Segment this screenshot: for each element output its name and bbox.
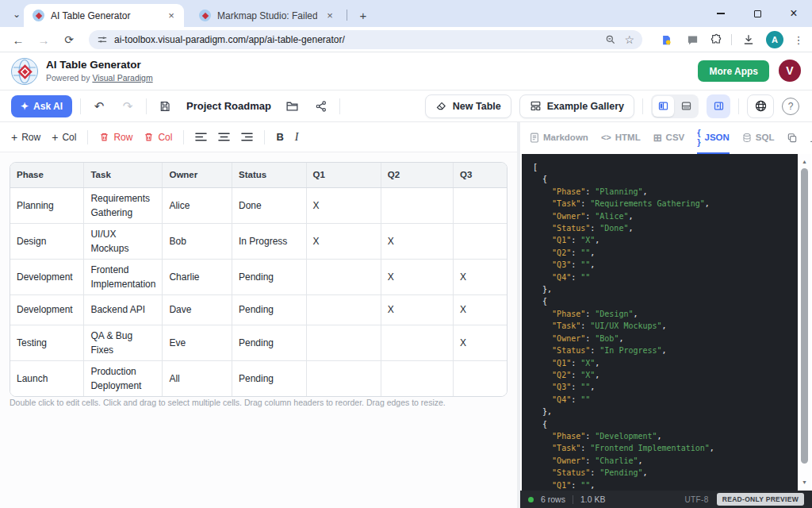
table-cell[interactable]: Production Deployment — [84, 360, 163, 396]
visual-paradigm-link[interactable]: Visual Paradigm — [92, 73, 152, 83]
table-cell[interactable]: X — [381, 259, 453, 294]
share-button[interactable] — [311, 96, 331, 117]
document-title[interactable]: Project Roadmap — [186, 100, 271, 112]
minimize-button[interactable] — [703, 0, 739, 27]
table-cell[interactable]: X — [381, 223, 453, 259]
layout-horizontal-split-button[interactable] — [676, 96, 697, 117]
add-row-button[interactable]: +Row — [11, 131, 40, 144]
table-cell[interactable] — [306, 325, 381, 360]
comment-extension-icon[interactable] — [684, 32, 700, 48]
copy-code-button[interactable] — [787, 133, 798, 144]
table-cell[interactable] — [453, 223, 508, 259]
table-cell[interactable]: X — [306, 223, 381, 259]
table-cell[interactable]: Development — [10, 294, 84, 325]
tab-html[interactable]: <> HTML — [601, 123, 641, 154]
more-apps-button[interactable]: More Apps — [698, 60, 769, 82]
table-cell[interactable]: X — [453, 294, 508, 325]
redo-button[interactable]: ↷ — [117, 96, 138, 117]
scroll-down-icon[interactable]: ▼ — [798, 476, 811, 487]
example-gallery-button[interactable]: Example Gallery — [519, 94, 634, 118]
tab-close-icon[interactable]: × — [165, 10, 178, 22]
browser-tab-inactive[interactable]: Markmap Studio: Failed to oper × — [190, 4, 343, 27]
align-center-button[interactable] — [218, 132, 230, 142]
json-code-view[interactable]: [ { "Phase": "Planning", "Task": "Requir… — [522, 154, 798, 491]
table-cell[interactable]: Planning — [10, 187, 84, 223]
table-cell[interactable]: Bob — [163, 223, 232, 259]
table-cell[interactable]: Development — [10, 259, 84, 294]
column-header[interactable]: Phase — [10, 163, 84, 187]
table-cell[interactable]: Eve — [163, 325, 232, 360]
forward-button[interactable]: → — [35, 31, 52, 48]
table-cell[interactable]: Done — [232, 187, 307, 223]
bold-button[interactable]: B — [276, 131, 283, 143]
table-cell[interactable]: Alice — [163, 187, 232, 223]
table-cell[interactable]: X — [453, 325, 508, 360]
table-cell[interactable] — [306, 259, 381, 294]
extensions-puzzle-icon[interactable] — [709, 32, 725, 48]
scroll-up-icon[interactable]: ▲ — [798, 156, 811, 167]
bookmark-star-icon[interactable]: ☆ — [624, 33, 634, 46]
table-cell[interactable] — [453, 187, 508, 223]
table-cell[interactable]: Pending — [232, 294, 307, 325]
zoom-page-icon[interactable] — [605, 34, 616, 45]
table-cell[interactable]: Requirements Gathering — [84, 187, 163, 223]
delete-col-button[interactable]: Col — [144, 132, 172, 143]
code-scrollbar[interactable]: ▲ ▼ — [798, 154, 811, 491]
open-file-button[interactable] — [282, 96, 303, 117]
reload-button[interactable]: ⟳ — [60, 31, 78, 48]
align-left-button[interactable] — [195, 132, 207, 142]
column-header[interactable]: Q1 — [306, 163, 381, 187]
column-header[interactable]: Task — [84, 163, 163, 187]
extension-colored-icon[interactable] — [658, 32, 674, 48]
language-button[interactable] — [747, 94, 774, 118]
column-header[interactable]: Status — [232, 163, 307, 187]
table-cell[interactable]: X — [306, 187, 381, 223]
table-cell[interactable] — [453, 360, 508, 396]
table-cell[interactable]: Design — [10, 223, 84, 259]
toggle-preview-panel-button[interactable] — [707, 94, 730, 118]
close-window-button[interactable]: × — [776, 0, 812, 27]
browser-tab-active[interactable]: AI Table Generator × — [24, 4, 184, 27]
add-col-button[interactable]: +Col — [52, 131, 76, 144]
tab-markdown[interactable]: Markdown — [530, 123, 588, 154]
back-button[interactable]: ← — [10, 31, 27, 48]
new-table-button[interactable]: New Table — [425, 94, 511, 118]
table-cell[interactable]: Backend API — [84, 294, 163, 325]
table-cell[interactable] — [381, 325, 453, 360]
table-cell[interactable]: Dave — [163, 294, 232, 325]
tab-json[interactable]: { } JSON — [697, 123, 730, 154]
tab-close-icon[interactable]: × — [324, 10, 336, 22]
new-tab-button[interactable]: + — [354, 6, 372, 24]
workspace-avatar[interactable]: V — [779, 60, 801, 82]
column-header[interactable]: Owner — [163, 163, 232, 187]
table-cell[interactable]: QA & Bug Fixes — [84, 325, 163, 360]
table-cell[interactable]: X — [453, 259, 508, 294]
download-code-button[interactable] — [809, 133, 812, 144]
table-cell[interactable]: UI/UX Mockups — [84, 223, 163, 259]
table-cell[interactable]: Testing — [10, 325, 84, 360]
table-cell[interactable]: Frontend Implementation — [84, 259, 163, 294]
browser-menu-button[interactable]: ⋮ — [791, 31, 806, 48]
scrollbar-thumb[interactable] — [801, 168, 808, 464]
column-header[interactable]: Q3 — [453, 163, 508, 187]
tab-csv[interactable]: ⊞ CSV — [653, 123, 685, 154]
url-bar[interactable]: ai-toolbox.visual-paradigm.com/app/ai-ta… — [89, 30, 642, 49]
tab-sql[interactable]: SQL — [742, 123, 775, 154]
table-cell[interactable]: In Progress — [232, 223, 307, 259]
italic-button[interactable]: I — [295, 131, 299, 144]
table-cell[interactable]: Charlie — [163, 259, 232, 294]
column-header[interactable]: Q2 — [381, 163, 453, 187]
table-cell[interactable] — [306, 360, 381, 396]
save-button[interactable] — [155, 96, 175, 117]
table-cell[interactable] — [381, 187, 453, 223]
downloads-icon[interactable] — [741, 32, 756, 48]
help-button[interactable]: ? — [782, 98, 799, 115]
layout-vertical-split-button[interactable] — [653, 96, 674, 117]
ask-ai-button[interactable]: ✦ Ask AI — [11, 95, 72, 117]
profile-avatar[interactable]: A — [766, 31, 783, 48]
table-cell[interactable]: Pending — [232, 259, 307, 294]
align-right-button[interactable] — [241, 132, 253, 142]
table-cell[interactable]: Launch — [10, 360, 84, 396]
maximize-button[interactable] — [739, 0, 776, 27]
table-cell[interactable]: Pending — [232, 360, 307, 396]
